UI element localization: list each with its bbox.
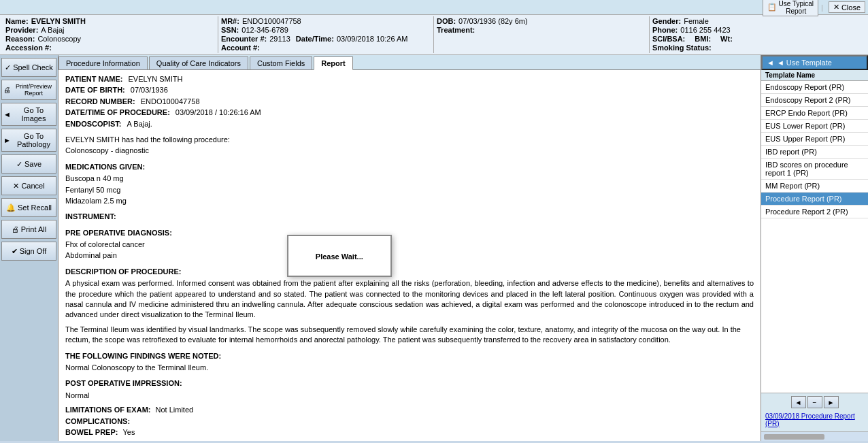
report-patient-name-label: PATIENT NAME:: [65, 74, 123, 84]
report-endoscopist-label: ENDOSCOPIST:: [65, 119, 122, 129]
report-bowelprep-header: BOWEL PREP:: [65, 428, 118, 436]
treatment-label: Treatment:: [437, 26, 475, 34]
report-desc-header: DESCRIPTION OF PROCEDURE:: [65, 267, 754, 277]
top-bar: 📋 Use Typical Report | ✕ Close: [0, 0, 868, 15]
history-item[interactable]: 03/09/2018 Procedure Report (PR): [764, 411, 865, 429]
template-item-6[interactable]: IBD scores on procedure report 1 (PR): [761, 159, 868, 180]
report-limitations-header: LIMITATIONS OF EXAM:: [65, 406, 150, 414]
tab-custom-fields[interactable]: Custom Fields: [250, 56, 312, 69]
print-preview-button[interactable]: 🖨 Print/Preview Report: [1, 80, 56, 100]
left-arrow-icon: ◄: [3, 110, 11, 118]
go-to-images-button[interactable]: ◄ Go To Images: [1, 103, 56, 126]
right-arrow-icon: ►: [3, 136, 11, 144]
template-item-3[interactable]: EUS Lower Report (PR): [761, 120, 868, 133]
printer-icon: 🖨: [3, 86, 11, 94]
cancel-button[interactable]: ✕ Cancel: [1, 176, 56, 195]
nav-left-button[interactable]: ◄: [791, 396, 806, 408]
report-bowelprep-value: Yes: [122, 428, 135, 436]
datetime-value: 03/09/2018 10:26 AM: [337, 35, 408, 43]
report-desc-text: A physical exam was performed. Informed …: [65, 278, 754, 321]
report-med3: Midazolam 2.5 mg: [65, 196, 754, 206]
recall-icon: 🔔: [6, 203, 16, 212]
template-item-4[interactable]: EUS Upper Report (PR): [761, 133, 868, 146]
tab-quality-care[interactable]: Quality of Care Indicators: [149, 56, 248, 69]
bottom-nav-buttons: ◄ − ►: [764, 396, 865, 408]
report-preop-1: Fhx of colorectal cancer: [65, 240, 754, 250]
provider-value: A Bajaj: [41, 26, 64, 34]
right-panel: ◄ ◄ Use Template Template Name Endoscopy…: [761, 55, 868, 441]
report-date-proc-label: DATE/TIME OF PROCEDURE:: [65, 108, 170, 118]
scroll-thumb: [764, 434, 824, 440]
template-item-7[interactable]: MM Report (PR): [761, 180, 868, 193]
set-recall-button[interactable]: 🔔 Set Recall: [1, 198, 56, 217]
mr-value: ENDO100047758: [242, 17, 301, 25]
header-section-1: Name: EVELYN SMITH Provider: A Bajaj Rea…: [3, 16, 218, 53]
report-patient-name-value: EVELYN SMITH: [129, 74, 183, 84]
report-med2: Fentanyl 50 mcg: [65, 185, 754, 195]
report-findings-value: Normal Colonoscopy to the Terminal Ileum…: [65, 363, 754, 373]
reason-label: Reason:: [5, 35, 35, 43]
template-item-9[interactable]: Procedure Report 2 (PR): [761, 206, 868, 218]
spell-check-button[interactable]: ✓ Spell Check: [1, 58, 56, 77]
report-complications-row: COMPLICATIONS:: [65, 416, 754, 427]
tab-report[interactable]: Report: [314, 56, 352, 70]
report-endoscopist-value: A Bajaj.: [127, 119, 152, 129]
datetime-label: Date/Time:: [296, 35, 334, 43]
nav-minus-button[interactable]: −: [807, 396, 822, 408]
report-dob-label: DATE OF BIRTH:: [65, 85, 125, 95]
report-findings-header: THE FOLLOWING FINDINGS WERE NOTED:: [65, 351, 754, 361]
use-template-button[interactable]: ◄ ◄ Use Template: [761, 55, 868, 70]
report-content: Please Wait... PATIENT NAME: EVELYN SMIT…: [59, 70, 761, 441]
scibsa-label: SCI/BSA:: [652, 35, 685, 43]
left-sidebar: ✓ Spell Check 🖨 Print/Preview Report ◄ G…: [0, 55, 59, 441]
template-item-2[interactable]: ERCP Endo Report (PR): [761, 107, 868, 120]
x-icon: ✕: [13, 182, 19, 191]
dob-label: DOB:: [437, 17, 456, 25]
nav-right-button[interactable]: ►: [824, 396, 839, 408]
report-intro-1: EVELYN SMITH has had the following proce…: [65, 135, 754, 145]
template-item-5[interactable]: IBD report (PR): [761, 146, 868, 159]
bmi-label: BMI:: [695, 35, 711, 43]
tab-procedure-information[interactable]: Procedure Information: [59, 56, 148, 69]
account-label: Account #:: [221, 44, 260, 52]
template-item-0[interactable]: Endoscopy Report (PR): [761, 81, 868, 94]
content-area: Procedure Information Quality of Care In…: [59, 55, 761, 441]
bottom-scroll-bar[interactable]: [761, 431, 868, 441]
report-postop-header: POST OPERATIVE IMPRESSION:: [65, 378, 754, 389]
main-layout: ✓ Spell Check 🖨 Print/Preview Report ◄ G…: [0, 55, 868, 441]
provider-label: Provider:: [5, 26, 38, 34]
report-med1: Buscopa n 40 mg: [65, 174, 754, 184]
separator: |: [821, 3, 823, 12]
header-section-4: Gender: Female Phone: 0116 255 4423 SCI/…: [650, 16, 865, 53]
save-button[interactable]: ✓ Save: [1, 154, 56, 174]
use-typical-report-button[interactable]: 📋 Use Typical Report: [763, 0, 819, 16]
please-wait-dialog: Please Wait...: [287, 235, 392, 277]
wt-label: Wt:: [720, 35, 733, 43]
print-icon: 🖨: [12, 225, 19, 233]
phone-label: Phone:: [652, 26, 678, 34]
ssn-label: SSN:: [221, 26, 239, 34]
patient-name: EVELYN SMITH: [31, 17, 86, 25]
report-record-label: RECORD NUMBER:: [65, 97, 135, 107]
checkmark-icon: ✓: [16, 160, 22, 169]
report-dob-value: 07/03/1936: [131, 85, 168, 95]
template-item-8[interactable]: Procedure Report (PR): [761, 193, 868, 206]
close-icon: ✕: [833, 3, 839, 12]
report-bowelprep-row: BOWEL PREP: Yes: [65, 427, 754, 438]
report-patient-name-row: PATIENT NAME: EVELYN SMITH: [65, 74, 754, 84]
smoking-label: Smoking Status:: [652, 44, 712, 52]
print-all-button[interactable]: 🖨 Print All: [1, 220, 56, 239]
phone-value: 0116 255 4423: [680, 26, 730, 34]
sign-off-button[interactable]: ✔ Sign Off: [1, 242, 56, 261]
encounter-label: Encounter #:: [221, 35, 267, 43]
close-button[interactable]: ✕ Close: [829, 1, 865, 13]
header-section-2: MR#: ENDO100047758 SSN: 012-345-6789 Enc…: [218, 16, 434, 53]
gender-value: Female: [684, 17, 709, 25]
report-icon: 📋: [767, 3, 777, 12]
report-preop-header: PRE OPERATIVE DIAGNOSIS:: [65, 228, 754, 238]
report-date-proc-value: 03/09/2018 / 10:26:16 AM: [176, 108, 261, 118]
report-postop-value: Normal: [65, 391, 754, 401]
report-endoscopist-row: ENDOSCOPIST: A Bajaj.: [65, 119, 754, 129]
go-to-pathology-button[interactable]: ► Go To Pathology: [1, 129, 56, 152]
template-item-1[interactable]: Endoscopy Report 2 (PR): [761, 94, 868, 107]
